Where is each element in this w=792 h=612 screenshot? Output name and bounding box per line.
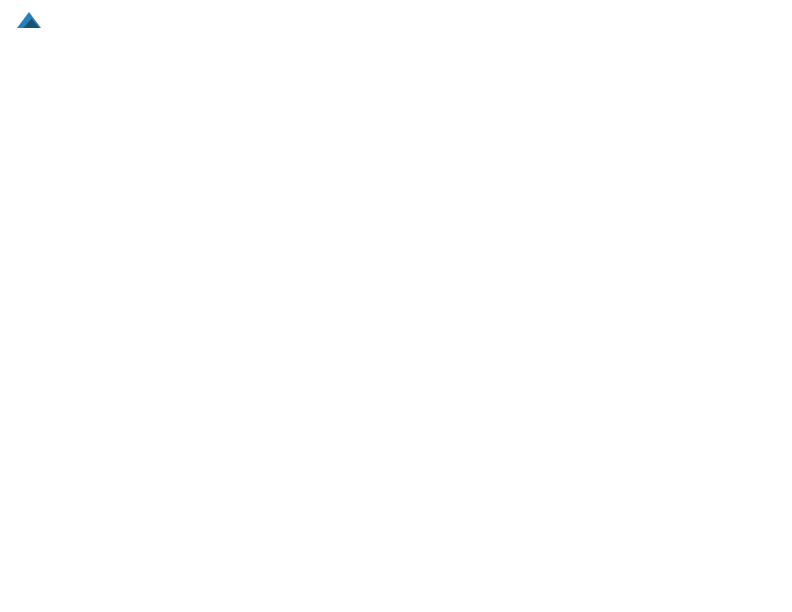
logo [15,14,41,36]
logo-icon [17,10,41,30]
header [15,10,777,36]
